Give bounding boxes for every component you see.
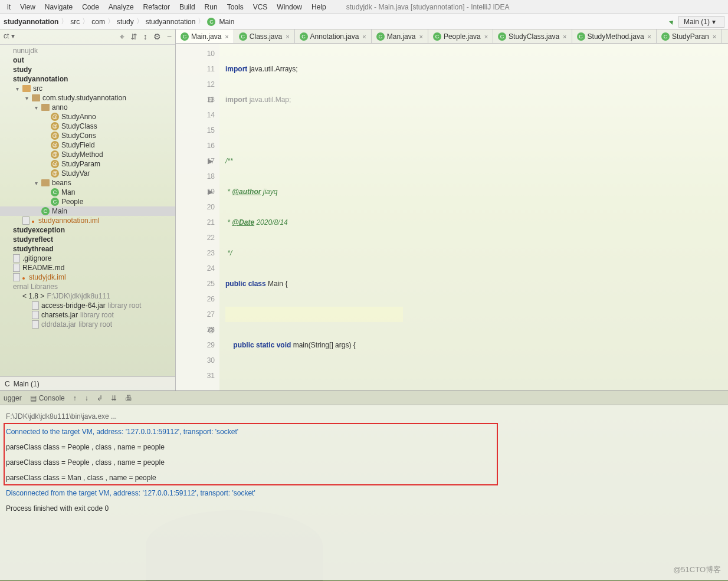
crumb-studyannotation[interactable]: studyannotation — [146, 18, 196, 26]
tree-item[interactable]: @StudyAnno — [0, 112, 175, 122]
target-icon[interactable]: ⌖ — [120, 32, 124, 42]
tree-item[interactable]: @StudyMethod — [0, 150, 175, 159]
tree-item[interactable]: README.md — [0, 263, 175, 273]
editor-panel: CMain.java×CClass.java×CAnnotation.java×… — [176, 29, 728, 390]
class-icon: C — [207, 18, 215, 26]
structure-panel[interactable]: C Main (1) — [0, 376, 175, 390]
collapse-icon[interactable]: − — [167, 32, 172, 42]
close-icon[interactable]: × — [563, 33, 566, 40]
scroll-icon[interactable]: ⇊ — [111, 394, 117, 402]
sort-icon[interactable]: ↕ — [143, 32, 147, 42]
tree-item[interactable]: studythread — [0, 244, 175, 254]
editor-tab[interactable]: CMan.java× — [372, 29, 428, 43]
tree-item-label: < 1.8 > — [22, 292, 44, 300]
editor-tab[interactable]: CMain.java× — [176, 29, 234, 43]
gear-icon[interactable]: ⚙ — [153, 32, 161, 42]
tree-item[interactable]: cldrdata.jar library root — [0, 320, 175, 329]
tree-item[interactable]: charsets.jar library root — [0, 310, 175, 320]
menu-item-code[interactable]: Code — [78, 2, 103, 12]
tree-item[interactable]: CMan — [0, 188, 175, 197]
tree-item[interactable]: ▾src — [0, 84, 175, 93]
editor-tab[interactable]: CStudyParan× — [657, 29, 722, 43]
tree-item[interactable]: access-bridge-64.jar library root — [0, 301, 175, 310]
editor-tab[interactable]: CStudyClass.java× — [493, 29, 572, 43]
prev-icon[interactable]: ↑ — [73, 394, 77, 402]
close-icon[interactable]: × — [419, 33, 422, 40]
menu-item-help[interactable]: Help — [308, 2, 330, 12]
code-area[interactable]: 10111213⊟14151617▶1819▶20212223242526272… — [176, 44, 728, 390]
menu-item-vcs[interactable]: VCS — [250, 2, 271, 12]
class-icon: C — [376, 32, 385, 41]
close-icon[interactable]: × — [225, 33, 228, 40]
tree-item[interactable]: .gitignore — [0, 254, 175, 263]
next-icon[interactable]: ↓ — [85, 394, 88, 402]
editor-tab[interactable]: CPeople.java× — [428, 29, 493, 43]
menu-item-navigate[interactable]: Navigate — [41, 2, 76, 12]
console-tab[interactable]: ▤Console — [30, 394, 65, 402]
tree-item[interactable]: study — [0, 65, 175, 74]
wrap-icon[interactable]: ↲ — [97, 394, 103, 402]
menu-item-tools[interactable]: Tools — [224, 2, 247, 12]
gutter: 10111213⊟14151617▶1819▶20212223242526272… — [176, 44, 219, 390]
tree-item[interactable]: ▾beans — [0, 178, 175, 188]
tree-item[interactable]: out — [0, 55, 175, 65]
menu-item-view[interactable]: View — [17, 2, 39, 12]
class-icon: C — [181, 32, 189, 41]
menu-item-run[interactable]: Run — [201, 2, 221, 12]
tree-item[interactable]: studyjdk.iml — [0, 273, 175, 282]
tree-item-label: studyreflect — [13, 235, 53, 244]
editor-tab[interactable]: CAnnotation.java× — [295, 29, 372, 43]
tree-item[interactable]: CMain — [0, 206, 175, 216]
project-tree[interactable]: nunujdkoutstudystudyannotation▾src▾com.s… — [0, 45, 175, 376]
print-icon[interactable]: 🖶 — [125, 394, 132, 402]
tree-item[interactable]: studyannotation — [0, 74, 175, 84]
tree-item-label: StudyParam — [61, 160, 100, 168]
tree-item[interactable]: nunujdk — [0, 46, 175, 55]
close-icon[interactable]: × — [484, 33, 488, 40]
menu-item-refactor[interactable]: Refactor — [140, 2, 173, 12]
menu-item-it[interactable]: it — [4, 2, 14, 12]
menu-item-build[interactable]: Build — [176, 2, 199, 12]
file-icon — [22, 216, 29, 225]
tree-item[interactable]: @StudyCons — [0, 131, 175, 140]
crumb-project[interactable]: studyannotation — [4, 18, 58, 26]
console-icon: ▤ — [30, 394, 37, 402]
close-icon[interactable]: × — [286, 33, 289, 40]
console-output[interactable]: F:\JDK\jdk\jdk8u111\bin\java.exe ... Con… — [0, 405, 728, 580]
tree-item[interactable]: studyreflect — [0, 235, 175, 244]
filter-icon[interactable]: ⇵ — [130, 32, 137, 42]
close-icon[interactable]: × — [648, 33, 651, 40]
file-icon — [13, 254, 20, 262]
close-icon[interactable]: × — [362, 33, 366, 40]
crumb-study[interactable]: study — [117, 18, 134, 26]
anno-icon: @ — [51, 141, 59, 149]
tree-item-label: charsets.jar — [41, 311, 78, 319]
menu-item-window[interactable]: Window — [273, 2, 306, 12]
close-icon[interactable]: × — [713, 33, 716, 40]
tree-item[interactable]: @StudyVar — [0, 169, 175, 178]
tree-item[interactable]: @StudyParam — [0, 159, 175, 169]
console-line: parseClass class = People , class , name… — [6, 455, 722, 470]
crumb-com[interactable]: com — [91, 18, 105, 26]
tree-item[interactable]: ▾com.study.studyannotation — [0, 93, 175, 103]
tree-item[interactable]: studyexception — [0, 225, 175, 235]
debugger-tab[interactable]: ugger — [4, 394, 22, 402]
tree-item[interactable]: studyannotation.iml — [0, 216, 175, 225]
tree-item[interactable]: ▾anno — [0, 103, 175, 112]
tree-item[interactable]: < 1.8 > F:\JDK\jdk\jdk8u111 — [0, 291, 175, 301]
tree-item[interactable]: @StudyField — [0, 140, 175, 150]
build-icon[interactable] — [668, 17, 676, 25]
editor-tab[interactable]: CStudyMethod.java× — [572, 29, 657, 43]
crumb-main[interactable]: Main — [219, 18, 234, 26]
crumb-src[interactable]: src — [70, 18, 80, 26]
tab-label: Class.java — [250, 32, 282, 41]
project-dropdown[interactable]: ct ▾ — [4, 32, 15, 42]
menu-item-analyze[interactable]: Analyze — [105, 2, 137, 12]
run-config-dropdown[interactable]: Main (1) ▾ — [678, 16, 724, 28]
editor-tab[interactable]: CClass.java× — [234, 29, 295, 43]
tree-item[interactable]: @StudyClass — [0, 122, 175, 131]
tree-item[interactable]: CPeople — [0, 197, 175, 206]
code[interactable]: import java.util.Arrays; import java.uti… — [219, 44, 403, 390]
console-tabs: ugger ▤Console ↑ ↓ ↲ ⇊ 🖶 — [0, 391, 728, 405]
tree-item[interactable]: ernal Libraries — [0, 282, 175, 291]
